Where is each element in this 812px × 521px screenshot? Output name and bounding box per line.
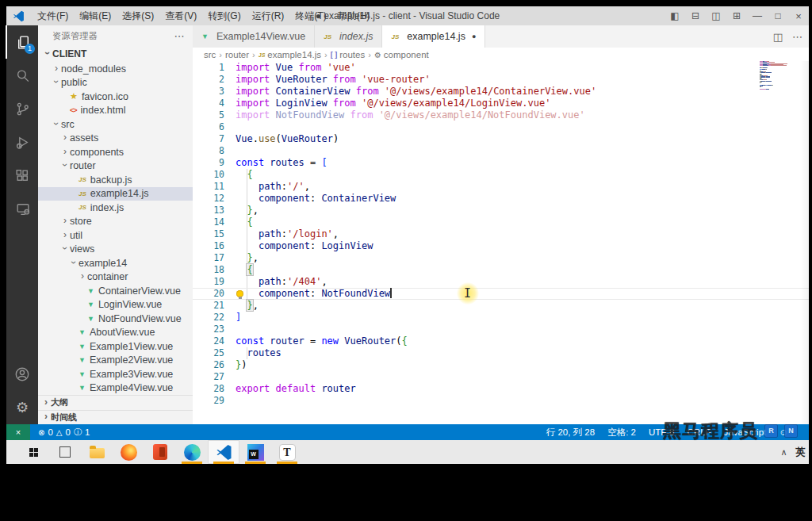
- code-line[interactable]: 18 {: [193, 264, 809, 276]
- tree-item[interactable]: ›example14: [38, 256, 193, 270]
- code-line[interactable]: 24const router = new VueRouter({: [193, 335, 809, 347]
- tree-root-client[interactable]: › CLIENT: [38, 46, 193, 62]
- menu-item[interactable]: 转到(G): [202, 10, 246, 21]
- layout-panel-icon[interactable]: ⊟: [685, 10, 706, 21]
- tree-item[interactable]: JSexample14.js: [38, 187, 193, 201]
- taskbar-start-icon[interactable]: [17, 440, 49, 464]
- breadcrumb-item[interactable]: src: [204, 50, 216, 59]
- sidebar-panel[interactable]: ›大纲: [38, 395, 193, 410]
- breadcrumb-item[interactable]: ⚙component: [374, 50, 429, 59]
- menu-item[interactable]: 选择(S): [117, 10, 159, 21]
- breadcrumb-item[interactable]: [ ]routes: [331, 50, 365, 59]
- ime-indicator[interactable]: 英: [796, 446, 806, 459]
- taskbar-firefox-icon[interactable]: [113, 440, 144, 464]
- code-area[interactable]: 1import Vue from 'vue'2import VueRouter …: [193, 62, 809, 424]
- maximize-button[interactable]: □: [768, 10, 788, 21]
- minimize-button[interactable]: —: [747, 10, 768, 21]
- code-line[interactable]: 5import NotFoundView from '@/views/examp…: [193, 109, 809, 121]
- lightbulb-icon[interactable]: [236, 290, 243, 297]
- tree-item[interactable]: ▼LoginView.vue: [38, 298, 193, 312]
- menu-item[interactable]: 终端(T): [289, 10, 331, 21]
- code-line[interactable]: 17 },: [193, 252, 809, 264]
- status-item[interactable]: 空格: 2: [607, 427, 636, 439]
- run-debug-icon[interactable]: [6, 125, 38, 159]
- code-line[interactable]: 20 component: NotFoundView: [193, 288, 809, 300]
- hidden-icons-chevron[interactable]: ∧: [780, 447, 787, 458]
- code-line[interactable]: 14 {: [193, 216, 809, 228]
- code-line[interactable]: 27: [193, 371, 809, 383]
- tree-item[interactable]: ▼Example3View.vue: [38, 367, 193, 381]
- source-control-icon[interactable]: [6, 92, 38, 125]
- extensions-icon[interactable]: [6, 159, 38, 192]
- taskbar-webstorm-icon[interactable]: W: [239, 440, 271, 464]
- code-line[interactable]: 19 path:'/404',: [193, 276, 809, 288]
- tree-item[interactable]: ›util: [38, 228, 193, 243]
- explorer-more-icon[interactable]: ⋯: [174, 30, 186, 42]
- code-line[interactable]: 7Vue.use(VueRouter): [193, 133, 809, 145]
- modified-dot-icon[interactable]: ●: [472, 33, 476, 40]
- layout-sidebar-icon[interactable]: ◧: [665, 10, 685, 21]
- code-line[interactable]: 8: [193, 145, 809, 157]
- tab-example14-js[interactable]: JSexample14.js●: [382, 25, 485, 48]
- taskbar-vscode-icon[interactable]: [208, 440, 239, 464]
- more-actions-icon[interactable]: ⋯: [792, 31, 802, 43]
- remote-indicator[interactable]: ×: [6, 424, 30, 440]
- taskbar-office-icon[interactable]: [144, 440, 176, 464]
- code-line[interactable]: 9const routes = [: [193, 157, 809, 169]
- tree-item[interactable]: ›node_modules: [38, 62, 193, 76]
- tree-item[interactable]: ›assets: [38, 132, 193, 146]
- layout-customize-icon[interactable]: ⊞: [726, 10, 747, 21]
- tab-index-js[interactable]: JSindex.js: [315, 25, 382, 48]
- breadcrumb-item[interactable]: JSexample14.js: [259, 50, 321, 59]
- sidebar-panel[interactable]: ›时间线: [38, 410, 193, 425]
- taskbar-file-explorer-icon[interactable]: [81, 440, 113, 464]
- tree-item[interactable]: ›public: [38, 76, 193, 90]
- split-editor-icon[interactable]: ◫: [773, 31, 783, 43]
- code-line[interactable]: 3import ContainerView from '@/views/exam…: [193, 86, 809, 98]
- tree-item[interactable]: ›components: [38, 145, 193, 159]
- tree-item[interactable]: ›store: [38, 215, 193, 229]
- tree-item[interactable]: JSindex.js: [38, 201, 193, 215]
- tree-item[interactable]: ★favicon.ico: [38, 90, 193, 104]
- code-line[interactable]: 25 routes: [193, 347, 809, 359]
- tab-example14view-vue[interactable]: ▼Example14View.vue: [193, 25, 315, 48]
- code-line[interactable]: 26}): [193, 359, 809, 371]
- tree-item[interactable]: ›views: [38, 243, 193, 257]
- status-item[interactable]: 行 20, 列 28: [546, 427, 595, 439]
- tree-item[interactable]: ›router: [38, 159, 193, 174]
- code-line[interactable]: 1import Vue from 'vue': [193, 62, 809, 74]
- tree-item[interactable]: ▼Example2View.vue: [38, 354, 193, 368]
- tree-item[interactable]: ›container: [38, 270, 193, 285]
- code-line[interactable]: 4import LoginView from '@/views/example1…: [193, 98, 809, 109]
- taskbar-typora-icon[interactable]: T: [271, 440, 303, 464]
- code-line[interactable]: 2import VueRouter from 'vue-router': [193, 74, 809, 86]
- code-line[interactable]: 28export default router: [193, 383, 809, 395]
- explorer-icon[interactable]: 1: [6, 25, 39, 59]
- remote-explorer-icon[interactable]: [6, 192, 38, 225]
- menu-item[interactable]: 帮助(H): [332, 10, 376, 21]
- code-line[interactable]: 21 },: [193, 300, 809, 312]
- close-button[interactable]: ×: [788, 10, 809, 22]
- tree-item[interactable]: ▼NotFoundView.vue: [38, 312, 193, 326]
- minimap[interactable]: [760, 61, 796, 90]
- search-icon[interactable]: [6, 59, 38, 92]
- menu-item[interactable]: 文件(F): [32, 10, 74, 21]
- tree-item[interactable]: ▼ContainerView.vue: [38, 284, 193, 298]
- code-line[interactable]: 10 {: [193, 169, 809, 181]
- code-line[interactable]: 22]: [193, 312, 809, 324]
- code-line[interactable]: 13 },: [193, 205, 809, 216]
- settings-gear-icon[interactable]: ⚙: [6, 391, 38, 424]
- tree-item[interactable]: JSbackup.js: [38, 173, 193, 187]
- account-icon[interactable]: [6, 358, 38, 391]
- taskbar-edge-icon[interactable]: [176, 440, 208, 464]
- menu-item[interactable]: 查看(V): [159, 10, 202, 21]
- tree-item[interactable]: <>index.html: [38, 104, 193, 118]
- layout-split-icon[interactable]: ◫: [706, 10, 726, 21]
- code-line[interactable]: 11 path:'/',: [193, 181, 809, 193]
- tree-item[interactable]: ▼Example4View.vue: [38, 381, 193, 396]
- tree-item[interactable]: ▼Example1View.vue: [38, 339, 193, 354]
- menu-item[interactable]: 运行(R): [247, 10, 290, 21]
- code-line[interactable]: 23: [193, 324, 809, 335]
- tree-item[interactable]: ▼AboutView.vue: [38, 326, 193, 340]
- code-line[interactable]: 6: [193, 121, 809, 133]
